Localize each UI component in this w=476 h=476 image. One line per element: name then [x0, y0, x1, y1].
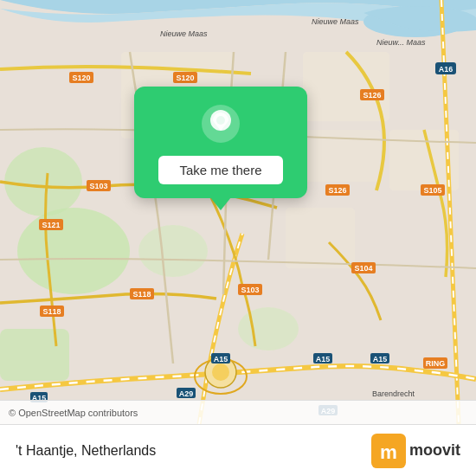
moovit-icon: m: [371, 434, 406, 468]
svg-point-1: [17, 208, 130, 294]
footer: 't Haantje, Netherlands m moovit: [0, 424, 476, 476]
map-pin-icon: [199, 102, 242, 145]
attribution-text: © OpenStreetMap contributors: [9, 408, 138, 418]
svg-text:Nieuwe Maas: Nieuwe Maas: [312, 17, 359, 26]
svg-text:S121: S121: [42, 221, 60, 229]
svg-text:S120: S120: [72, 74, 90, 82]
svg-text:S118: S118: [42, 307, 61, 316]
svg-text:S118: S118: [132, 290, 151, 299]
map-attribution: © OpenStreetMap contributors: [0, 400, 476, 424]
svg-text:Nieuwe Maas: Nieuwe Maas: [160, 29, 208, 38]
app-container: A16 A15 A15 A15 A15 A29 A29 S120 S120 S1…: [0, 0, 476, 476]
svg-rect-7: [303, 52, 389, 121]
svg-point-14: [212, 363, 229, 381]
moovit-text: moovit: [409, 441, 460, 460]
svg-text:Nieuw... Maas: Nieuw... Maas: [376, 38, 426, 47]
svg-text:S103: S103: [89, 182, 107, 190]
svg-text:A15: A15: [373, 355, 388, 363]
svg-text:A29: A29: [179, 389, 194, 398]
map-area: A16 A15 A15 A15 A15 A29 A29 S120 S120 S1…: [0, 0, 476, 424]
svg-text:A16: A16: [439, 65, 453, 74]
location-name: 't Haantje, Netherlands: [16, 443, 156, 459]
svg-text:A15: A15: [316, 355, 331, 363]
svg-text:S105: S105: [423, 186, 441, 195]
svg-point-5: [238, 307, 299, 351]
svg-text:S126: S126: [363, 91, 381, 100]
svg-point-4: [138, 225, 208, 277]
take-me-there-button[interactable]: Take me there: [158, 156, 282, 184]
svg-text:Barendrecht: Barendrecht: [372, 389, 415, 398]
svg-text:RING: RING: [426, 359, 446, 368]
svg-point-2: [4, 147, 82, 216]
svg-rect-3: [0, 329, 69, 381]
map-svg: A16 A15 A15 A15 A15 A29 A29 S120 S120 S1…: [0, 0, 476, 424]
moovit-logo: m moovit: [371, 434, 460, 468]
svg-text:S104: S104: [354, 264, 372, 273]
svg-text:A15: A15: [214, 355, 228, 363]
location-popup: Take me there: [134, 87, 307, 198]
svg-text:S126: S126: [328, 186, 346, 195]
svg-text:S120: S120: [176, 74, 194, 82]
svg-text:S103: S103: [241, 286, 259, 294]
svg-text:m: m: [380, 441, 397, 462]
